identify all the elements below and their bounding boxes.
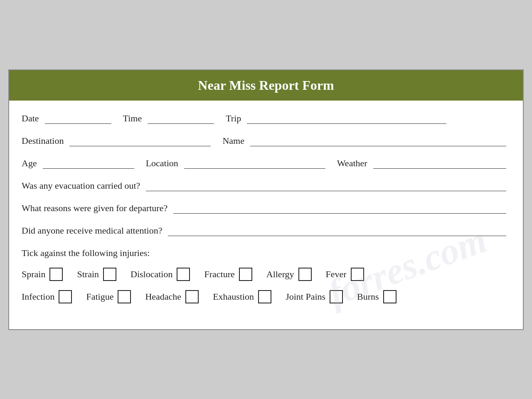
burns-checkbox[interactable]: [383, 290, 397, 303]
medical-input[interactable]: [168, 226, 506, 236]
departure-label: What reasons were given for departure?: [22, 203, 167, 214]
form-header: Near Miss Report Form: [9, 70, 523, 101]
injury-item-sprain: Sprain: [22, 268, 63, 281]
form-container: Near Miss Report Form Date Time Trip Des…: [8, 69, 524, 330]
trip-label: Trip: [226, 113, 241, 124]
injury-item-allergy: Allergy: [266, 268, 312, 281]
infection-label: Infection: [22, 291, 54, 302]
injury-item-dislocation: Dislocation: [131, 268, 190, 281]
row-medical: Did anyone receive medical attention?: [22, 225, 506, 236]
injury-item-fatigue: Fatigue: [86, 290, 131, 303]
allergy-label: Allergy: [266, 269, 294, 280]
injury-item-exhaustion: Exhaustion: [213, 290, 271, 303]
headache-checkbox[interactable]: [185, 290, 199, 303]
fever-checkbox[interactable]: [351, 268, 364, 281]
age-label: Age: [22, 158, 37, 169]
dislocation-checkbox[interactable]: [177, 268, 190, 281]
injury-item-fever: Fever: [326, 268, 364, 281]
row-evacuation: Was any evacuation carried out?: [22, 180, 506, 191]
allergy-checkbox[interactable]: [298, 268, 312, 281]
injury-item-burns: Burns: [357, 290, 397, 303]
injury-item-headache: Headache: [145, 290, 199, 303]
location-input[interactable]: [184, 159, 325, 169]
destination-label: Destination: [22, 135, 64, 146]
form-body: Date Time Trip Destination Name Age Loca…: [9, 101, 523, 329]
burns-label: Burns: [357, 291, 379, 302]
row-destination-name: Destination Name: [22, 135, 506, 146]
row-departure: What reasons were given for departure?: [22, 203, 506, 214]
age-input[interactable]: [43, 159, 134, 169]
name-input[interactable]: [250, 136, 506, 146]
joint-pains-label: Joint Pains: [286, 291, 325, 302]
injury-row-2: Infection Fatigue Headache Exhaustion Jo…: [22, 290, 506, 303]
fatigue-checkbox[interactable]: [118, 290, 131, 303]
destination-input[interactable]: [69, 136, 211, 146]
evacuation-label: Was any evacuation carried out?: [22, 180, 140, 191]
date-label: Date: [22, 113, 39, 124]
form-title: Near Miss Report Form: [17, 78, 515, 93]
time-input[interactable]: [148, 114, 214, 124]
dislocation-label: Dislocation: [131, 269, 172, 280]
strain-checkbox[interactable]: [103, 268, 116, 281]
injury-item-fracture: Fracture: [204, 268, 252, 281]
weather-input[interactable]: [373, 159, 506, 169]
fracture-label: Fracture: [204, 269, 234, 280]
injury-row-1: Sprain Strain Dislocation Fracture Aller…: [22, 268, 506, 281]
exhaustion-label: Exhaustion: [213, 291, 254, 302]
location-label: Location: [146, 158, 178, 169]
headache-label: Headache: [145, 291, 181, 302]
row-date-time-trip: Date Time Trip: [22, 113, 506, 124]
weather-label: Weather: [337, 158, 367, 169]
time-label: Time: [123, 113, 142, 124]
name-label: Name: [222, 135, 244, 146]
fracture-checkbox[interactable]: [239, 268, 252, 281]
infection-checkbox[interactable]: [59, 290, 72, 303]
sprain-checkbox[interactable]: [49, 268, 63, 281]
joint-pains-checkbox[interactable]: [330, 290, 343, 303]
injury-item-strain: Strain: [77, 268, 116, 281]
injury-item-infection: Infection: [22, 290, 72, 303]
strain-label: Strain: [77, 269, 99, 280]
evacuation-input[interactable]: [146, 181, 506, 191]
sprain-label: Sprain: [22, 269, 45, 280]
medical-label: Did anyone receive medical attention?: [22, 225, 162, 236]
date-input[interactable]: [45, 114, 111, 124]
injury-item-joint-pains: Joint Pains: [286, 290, 343, 303]
trip-input[interactable]: [247, 114, 446, 124]
injuries-title: Tick against the following injuries:: [22, 248, 506, 259]
exhaustion-checkbox[interactable]: [258, 290, 271, 303]
fever-label: Fever: [326, 269, 347, 280]
row-age-location-weather: Age Location Weather: [22, 158, 506, 169]
departure-input[interactable]: [173, 204, 506, 214]
fatigue-label: Fatigue: [86, 291, 113, 302]
